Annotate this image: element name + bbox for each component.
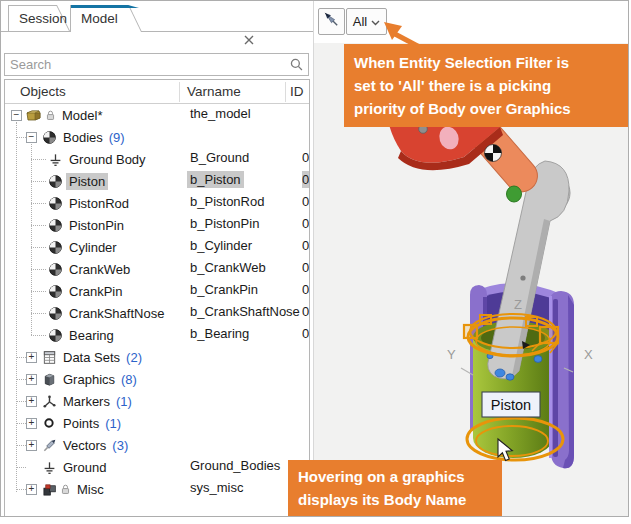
expand-toggle[interactable]: + [26, 396, 37, 407]
tree-row[interactable]: GroundGround_Bodies [5, 456, 309, 478]
tree-item-id: 0 [302, 281, 310, 298]
piston-tooltip-label: Piston [491, 397, 531, 413]
tree-row[interactable]: Bearingb_Bearing0 [5, 324, 309, 346]
column-header-objects: Objects [20, 84, 66, 99]
tree-item-id: 0 [302, 149, 310, 166]
tree-item-varname: b_Cylinder [187, 237, 255, 254]
tree-item-varname: b_Bearing [187, 325, 252, 342]
tree-item-varname [187, 127, 193, 129]
tree-item-varname [187, 435, 193, 437]
tree-item-label: Misc [74, 481, 107, 498]
search-icon [287, 57, 305, 72]
body-icon [47, 283, 63, 299]
tree-item-label: Cylinder [66, 239, 120, 256]
collapse-toggle[interactable]: − [26, 132, 37, 143]
tree-item-id [302, 347, 310, 349]
search-input[interactable] [5, 57, 287, 72]
tree-row[interactable]: Ground BodyB_Ground0 [5, 148, 309, 170]
filter-dropdown-label: All [353, 14, 367, 29]
tab-session[interactable]: Session [8, 5, 70, 31]
tree-item-id [302, 127, 310, 129]
points-icon [41, 415, 57, 431]
lock-icon [61, 484, 71, 495]
chevron-down-icon [371, 14, 380, 29]
hover-callout-line2: displays its Body Name [298, 488, 502, 511]
tree-row[interactable]: +Vectors(3) [5, 434, 309, 456]
tree-header: Objects Varname ID [5, 80, 309, 104]
tree-item-id [302, 457, 310, 459]
tree-row[interactable]: Cylinderb_Cylinder0 [5, 236, 309, 258]
tree-item-count: (2) [126, 350, 142, 365]
tree-row[interactable]: +Points(1) [5, 412, 309, 434]
tree-row[interactable]: −Bodies(9) [5, 126, 309, 148]
tree-row[interactable]: −Model*the_model [5, 104, 309, 126]
tree-item-label: Points [60, 415, 102, 432]
tree-item-count: (9) [109, 130, 125, 145]
tab-model[interactable]: Model [70, 5, 142, 32]
column-header-id: ID [290, 84, 304, 99]
dataset-icon [41, 349, 57, 365]
tree-item-varname [187, 347, 193, 349]
entity-selection-filter-dropdown[interactable]: All [346, 8, 387, 35]
column-header-varname: Varname [187, 84, 241, 99]
axis-x-label: X [584, 347, 593, 362]
tree-item-varname: b_PistonPin [187, 215, 262, 232]
expand-toggle[interactable]: + [26, 352, 37, 363]
tree-item-varname [187, 391, 193, 393]
tree-row[interactable]: PistonRodb_PistonRod0 [5, 192, 309, 214]
lock-icon [46, 110, 56, 121]
tree-item-varname: b_PistonRod [187, 193, 267, 210]
tree-item-id: 0 [302, 325, 310, 342]
tree-item-label: Bodies [60, 129, 106, 146]
body-icon [47, 327, 63, 343]
tree-item-label: PistonPin [66, 217, 127, 234]
body-icon [47, 261, 63, 277]
tree-item-id: 0 [302, 259, 310, 276]
tree-row[interactable]: CrankPinb_CrankPin0 [5, 280, 309, 302]
tree-row[interactable]: +Data Sets(2) [5, 346, 309, 368]
close-panel-button[interactable] [241, 33, 257, 49]
hover-callout: Hovering on a graphics displays its Body… [288, 460, 502, 516]
expand-toggle[interactable]: + [26, 484, 37, 495]
expand-toggle[interactable]: + [26, 440, 37, 451]
tree-item-label: Ground Body [66, 151, 149, 168]
expand-toggle[interactable]: + [26, 418, 37, 429]
tree-item-count: (1) [105, 416, 121, 431]
hover-callout-line1: Hovering on a graphics [298, 465, 502, 488]
tree-item-label: Piston [66, 173, 108, 190]
ground-icon [41, 459, 57, 475]
tree-item-label: CrankShaftNose [66, 305, 167, 322]
tree-item-label: Vectors [60, 437, 109, 454]
tab-session-label: Session [8, 5, 70, 26]
piston-tooltip: Piston [482, 392, 540, 417]
body-icon [47, 217, 63, 233]
close-icon [243, 32, 255, 50]
tree-item-label: Graphics [60, 371, 118, 388]
tree-item-varname: sys_misc [187, 479, 246, 496]
application-window: Session Model Objects Varname ID −Model*… [0, 0, 629, 517]
collapse-toggle[interactable]: − [11, 110, 22, 121]
model-icon [26, 107, 42, 123]
green-joint-dot [507, 186, 522, 202]
tree-item-label: Data Sets [60, 349, 123, 366]
tree-row[interactable]: PistonPinb_PistonPin0 [5, 214, 309, 236]
expand-toggle[interactable]: + [26, 374, 37, 385]
tree-row[interactable]: CrankShaftNoseb_CrankShaftNose0 [5, 302, 309, 324]
body-icon [47, 239, 63, 255]
select-tool-button[interactable] [318, 8, 345, 35]
tree-row[interactable]: Pistonb_Piston0 [5, 170, 309, 192]
tree-item-label: PistonRod [66, 195, 132, 212]
tree-item-label: Model* [59, 107, 105, 124]
tree-row[interactable]: CrankWebb_CrankWeb0 [5, 258, 309, 280]
tree-row[interactable]: +Graphics(8) [5, 368, 309, 390]
tree-row[interactable]: +Markers(1) [5, 390, 309, 412]
body-icon [41, 129, 57, 145]
ground-icon [47, 151, 63, 167]
tree-row[interactable]: +Miscsys_misc [5, 478, 309, 500]
tree-item-label: Ground [60, 459, 109, 476]
tree-item-id [302, 105, 310, 107]
tree-item-id: 0 [302, 237, 310, 254]
filter-callout-line3: priority of Body over Graphics [354, 97, 629, 120]
tree-item-id [302, 435, 310, 437]
tree-item-id [302, 413, 310, 415]
